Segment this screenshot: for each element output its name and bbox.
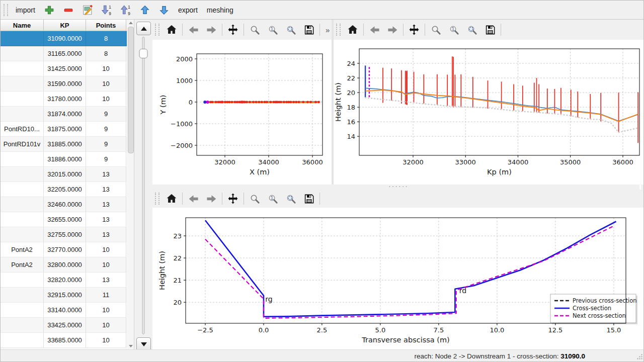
cell-name[interactable] [1, 107, 44, 122]
toolbar-grip[interactable] [155, 193, 159, 205]
cell-kp[interactable]: 33685.0000 [44, 333, 86, 348]
previous-section-button[interactable] [136, 22, 151, 35]
cell-kp[interactable]: 32460.0000 [44, 197, 86, 212]
table-row[interactable]: 32015.000013 [1, 167, 127, 182]
zoom-rect-button[interactable] [282, 191, 299, 207]
toolbar-extender[interactable]: » [326, 26, 330, 34]
cell-kp[interactable]: 33140.0000 [44, 303, 86, 318]
add-button[interactable] [41, 2, 58, 18]
table-row[interactable]: 32655.000013 [1, 212, 127, 227]
cell-points[interactable]: 10 [86, 61, 126, 76]
pan-button[interactable] [224, 191, 242, 207]
cell-kp[interactable]: 32205.0000 [44, 182, 86, 197]
longitudinal-profile-plot[interactable]: 3200033000340003500036000141618202224Kp … [334, 40, 644, 185]
table-row[interactable]: PontA232800.000010 [1, 257, 127, 273]
forward-button[interactable] [384, 22, 401, 38]
cell-name[interactable]: PontA2 [1, 257, 44, 273]
remove-button[interactable] [60, 2, 77, 18]
save-button[interactable] [481, 22, 499, 38]
xy-plot[interactable]: 320003400036000−2000−1000010002000X (m)Y… [152, 40, 332, 185]
table-row[interactable]: 33425.000010 [1, 318, 127, 333]
table-row[interactable]: 33685.000010 [1, 333, 127, 348]
table-row[interactable]: 32820.000013 [1, 273, 127, 288]
sort-ascending-button[interactable]: 19 [117, 2, 134, 18]
toolbar-grip[interactable] [336, 24, 341, 36]
cell-kp[interactable]: 32770.0000 [44, 242, 86, 257]
export-button[interactable]: export [174, 4, 202, 17]
zoom-button[interactable] [427, 22, 444, 38]
section-slider-groove[interactable] [142, 37, 145, 334]
save-button[interactable] [300, 22, 317, 38]
cell-name[interactable] [1, 167, 44, 182]
cell-name[interactable] [1, 76, 44, 92]
next-section-button[interactable] [136, 337, 151, 351]
cell-kp[interactable]: 31875.0000 [44, 122, 86, 137]
table-row[interactable]: 32915.000011 [1, 288, 127, 303]
cell-name[interactable] [1, 288, 44, 303]
cell-kp[interactable]: 32820.0000 [44, 273, 86, 288]
cell-points[interactable]: 10 [86, 318, 126, 333]
table-row[interactable]: 31165.00008 [1, 46, 127, 61]
cell-points[interactable]: 10 [86, 333, 126, 348]
cell-name[interactable] [1, 31, 44, 46]
back-button[interactable] [185, 22, 202, 38]
home-button[interactable] [344, 22, 361, 38]
cell-points[interactable]: 13 [86, 212, 126, 227]
cell-points[interactable]: 9 [86, 107, 126, 122]
scrollbar-down-icon[interactable] [127, 343, 134, 349]
cell-kp[interactable]: 31780.0000 [44, 92, 86, 107]
table-row[interactable]: 31780.000010 [1, 92, 127, 107]
pan-button[interactable] [406, 22, 423, 38]
table-scrollbar[interactable] [127, 20, 134, 349]
meshing-button[interactable]: meshing [202, 4, 238, 17]
column-header-kp[interactable]: KP [44, 20, 86, 31]
cell-points[interactable]: 9 [86, 152, 126, 167]
home-button[interactable] [163, 22, 180, 38]
cell-name[interactable] [1, 318, 44, 333]
cell-kp[interactable]: 31886.0000 [44, 152, 86, 167]
zoom-one-button[interactable]: 1 [264, 22, 281, 38]
cell-kp[interactable]: 31590.0000 [44, 76, 86, 92]
cell-name[interactable]: PontRD10... [1, 122, 44, 137]
pan-button[interactable] [224, 22, 242, 38]
cell-kp[interactable]: 32015.0000 [44, 167, 86, 182]
zoom-rect-button[interactable] [463, 22, 480, 38]
cell-kp[interactable]: 31165.0000 [44, 46, 86, 61]
scrollbar-up-icon[interactable] [127, 20, 134, 26]
table-row[interactable]: 31886.00009 [1, 152, 127, 167]
cell-name[interactable] [1, 182, 44, 197]
cell-name[interactable] [1, 273, 44, 288]
edit-button[interactable] [79, 2, 96, 18]
table-row[interactable]: PontRD101v31885.00009 [1, 137, 127, 152]
move-up-button[interactable] [136, 2, 153, 18]
cell-points[interactable]: 8 [86, 31, 126, 46]
cell-name[interactable] [1, 303, 44, 318]
toolbar-grip[interactable] [155, 24, 159, 36]
cell-name[interactable] [1, 212, 44, 227]
import-button[interactable]: import [11, 4, 40, 17]
zoom-rect-button[interactable] [282, 22, 299, 38]
cell-kp[interactable]: 31425.0000 [44, 61, 86, 76]
cell-points[interactable]: 8 [86, 46, 126, 61]
cell-points[interactable]: 9 [86, 122, 126, 137]
cell-name[interactable] [1, 333, 44, 348]
cell-kp[interactable]: 32655.0000 [44, 212, 86, 227]
table-row[interactable]: 32755.000013 [1, 227, 127, 242]
cell-points[interactable]: 10 [86, 257, 126, 273]
cell-points[interactable]: 13 [86, 273, 126, 288]
cell-kp[interactable]: 31885.0000 [44, 137, 86, 152]
table-row[interactable]: 31874.00009 [1, 107, 127, 122]
cell-kp[interactable]: 31090.0000 [44, 31, 86, 46]
table-row[interactable]: 31090.00008 [1, 31, 127, 46]
forward-button[interactable] [203, 22, 220, 38]
toolbar-grip[interactable] [4, 4, 8, 16]
back-button[interactable] [185, 191, 202, 207]
table-row[interactable]: 32460.000013 [1, 197, 127, 212]
cell-name[interactable]: PontRD101v [1, 137, 44, 152]
table-row[interactable]: PontRD10...31875.00009 [1, 122, 127, 137]
cell-name[interactable] [1, 46, 44, 61]
save-button[interactable] [300, 191, 317, 207]
cell-name[interactable] [1, 92, 44, 107]
cell-name[interactable] [1, 61, 44, 76]
scrollbar-thumb[interactable] [128, 27, 134, 153]
